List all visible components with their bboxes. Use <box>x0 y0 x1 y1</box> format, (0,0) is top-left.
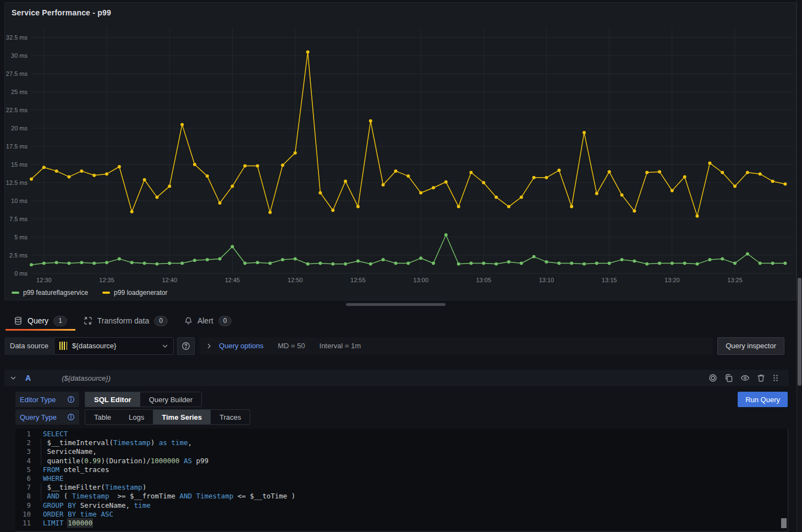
query-editor-body: Editor Type SQL Editor Query Builder Run… <box>4 386 789 531</box>
svg-text:12:45: 12:45 <box>225 277 240 283</box>
query-row-header[interactable]: A (${datasource}) <box>4 370 789 386</box>
editor-type-sql-editor[interactable]: SQL Editor <box>85 392 140 407</box>
svg-text:2.5 ms: 2.5 ms <box>9 252 28 259</box>
line-number: 5 <box>15 465 31 474</box>
panel-resize-handle[interactable] <box>346 303 446 306</box>
query-type-label-chip: Query Type <box>15 409 79 425</box>
duplicate-query-icon[interactable] <box>724 374 733 382</box>
collapse-chevron-icon[interactable] <box>10 375 17 381</box>
code-line-text: quantile(0.99)(Duration)/1000000 AS p99 <box>31 457 208 465</box>
svg-text:30 ms: 30 ms <box>11 52 28 59</box>
svg-text:25 ms: 25 ms <box>11 89 28 95</box>
legend-item-loadgenerator[interactable]: p99 loadgenerator <box>102 289 167 297</box>
svg-text:13:10: 13:10 <box>539 277 554 283</box>
transform-count-badge: 0 <box>154 316 168 326</box>
datasource-help-button[interactable] <box>177 337 195 355</box>
tab-transform-data[interactable]: Transform data 0 <box>75 311 176 331</box>
line-number: 10 <box>15 510 31 519</box>
transform-icon <box>84 316 92 325</box>
code-line: 2 $__timeInterval(Timestamp) as time, <box>15 438 788 447</box>
line-number: 7 <box>15 483 31 492</box>
chart-panel: Service Performance - p99 0 ms2.5 ms5 ms… <box>4 2 796 300</box>
line-number: 2 <box>15 438 31 447</box>
query-type-row: Query Type Table Logs Time Series Traces <box>15 409 789 425</box>
line-number: 8 <box>15 492 31 501</box>
drag-handle-icon[interactable] <box>772 374 779 382</box>
query-stats-icon[interactable] <box>708 374 717 382</box>
panel-header[interactable]: Service Performance - p99 <box>5 3 796 23</box>
svg-text:0 ms: 0 ms <box>14 270 28 277</box>
query-inspector-button[interactable]: Query inspector <box>717 337 784 355</box>
query-options-toggle[interactable]: Query options <box>219 342 263 350</box>
info-icon[interactable] <box>67 396 75 403</box>
code-line: 7 $__timeFilter(Timestamp) <box>15 483 788 492</box>
code-line: 3 ServiceName, <box>15 447 788 456</box>
editor-tabbar: Query 1 Transform data 0 Alert 0 <box>0 311 796 331</box>
sql-code-editor[interactable]: 1SELECT2 $__timeInterval(Timestamp) as t… <box>15 429 788 531</box>
page-scrollbar[interactable] <box>796 0 802 532</box>
svg-text:17.5 ms: 17.5 ms <box>6 143 28 150</box>
tab-query[interactable]: Query 1 <box>6 311 75 331</box>
code-line-text: SELECT <box>31 430 68 438</box>
query-type-group: Table Logs Time Series Traces <box>85 409 250 425</box>
hide-query-icon[interactable] <box>740 374 750 382</box>
interval-value: Interval = 1m <box>320 342 361 350</box>
code-line-text: WHERE <box>31 474 64 483</box>
code-line: 1SELECT <box>15 430 788 438</box>
svg-text:22.5 ms: 22.5 ms <box>6 107 28 113</box>
code-line: 6WHERE <box>15 474 788 483</box>
svg-text:13:15: 13:15 <box>602 277 617 283</box>
editor-type-group: SQL Editor Query Builder <box>85 392 202 407</box>
code-line-text: GROUP BY ServiceName, time <box>31 501 151 510</box>
page-scrollbar-thumb[interactable] <box>798 278 801 386</box>
code-line-text: $__timeInterval(Timestamp) as time, <box>31 438 192 447</box>
svg-text:12:40: 12:40 <box>162 277 177 283</box>
svg-text:20 ms: 20 ms <box>11 125 28 131</box>
code-lines: 1SELECT2 $__timeInterval(Timestamp) as t… <box>15 430 788 528</box>
tab-alert[interactable]: Alert 0 <box>176 311 240 331</box>
editor-type-query-builder[interactable]: Query Builder <box>140 392 201 407</box>
code-line: 4 quantile(0.99)(Duration)/1000000 AS p9… <box>15 457 788 465</box>
line-number: 4 <box>15 457 31 465</box>
grafana-panel-edit-page: Service Performance - p99 0 ms2.5 ms5 ms… <box>0 0 802 532</box>
line-number: 11 <box>15 519 31 528</box>
tab-label: Query <box>28 316 48 325</box>
svg-text:12:30: 12:30 <box>36 277 52 283</box>
datasource-value: ${datasource} <box>72 342 157 350</box>
delete-query-icon[interactable] <box>757 374 765 382</box>
line-number: 3 <box>15 447 31 456</box>
datasource-picker[interactable]: ${datasource} <box>54 337 174 355</box>
editor-type-label: Editor Type <box>20 396 67 404</box>
line-number: 6 <box>15 474 31 483</box>
panel-title: Service Performance - p99 <box>12 8 111 17</box>
svg-text:12:35: 12:35 <box>99 277 114 283</box>
code-line: 5FROM otel_traces <box>15 465 788 474</box>
code-line: 9GROUP BY ServiceName, time <box>15 501 788 510</box>
code-line-text: ORDER BY time ASC <box>31 510 113 519</box>
legend-item-featureflagservice[interactable]: p99 featureflagservice <box>12 289 88 297</box>
legend-label: p99 featureflagservice <box>23 289 88 297</box>
chart-legend: p99 featureflagservice p99 loadgenerator <box>12 287 168 299</box>
max-data-points-value: MD = 50 <box>278 342 305 350</box>
query-editor-card: A (${datasource}) <box>4 370 789 531</box>
svg-text:5 ms: 5 ms <box>14 234 28 240</box>
query-type-label: Query Type <box>20 413 67 421</box>
code-line-text: FROM otel_traces <box>31 465 109 474</box>
editor-scrollbar-thumb[interactable] <box>781 518 787 528</box>
editor-scrollbar[interactable] <box>781 429 788 531</box>
info-icon[interactable] <box>67 413 75 421</box>
query-type-traces[interactable]: Traces <box>211 410 250 424</box>
svg-text:13:20: 13:20 <box>664 277 680 283</box>
code-line-text: ServiceName, <box>31 447 97 456</box>
editor-type-label-chip: Editor Type <box>15 392 79 407</box>
datasource-toolbar: Data source ${datasource} Query options … <box>4 337 796 355</box>
query-type-time-series[interactable]: Time Series <box>153 410 211 424</box>
query-type-table[interactable]: Table <box>85 410 120 424</box>
legend-color-swatch <box>12 292 19 294</box>
query-options-bar[interactable]: Query options MD = 50 Interval = 1m <box>199 337 713 355</box>
timeseries-chart[interactable]: 0 ms2.5 ms5 ms7.5 ms10 ms12.5 ms15 ms17.… <box>5 23 796 285</box>
editor-type-row: Editor Type SQL Editor Query Builder Run… <box>15 392 789 407</box>
query-type-logs[interactable]: Logs <box>120 410 153 424</box>
run-query-button[interactable]: Run Query <box>738 392 788 407</box>
code-line-text: LIMIT 100000 <box>31 519 92 528</box>
